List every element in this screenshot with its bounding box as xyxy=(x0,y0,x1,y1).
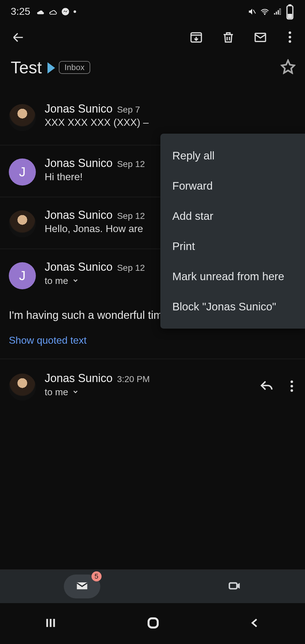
signal-icon xyxy=(273,7,282,16)
sender-name: Jonas Sunico xyxy=(45,102,113,115)
inbox-chip[interactable]: Inbox xyxy=(59,61,90,74)
avatar[interactable] xyxy=(9,374,36,401)
message-date: Sep 12 xyxy=(117,211,145,221)
status-bar: 3:25 xyxy=(0,0,305,22)
tab-video[interactable] xyxy=(228,579,241,594)
menu-add-star[interactable]: Add star xyxy=(160,201,305,231)
menu-block[interactable]: Block "Jonas Sunico" xyxy=(160,291,305,322)
subject-title: Test xyxy=(11,58,42,77)
menu-print[interactable]: Print xyxy=(160,231,305,261)
avatar[interactable] xyxy=(9,104,36,131)
mute-icon xyxy=(248,7,257,16)
chevron-down-icon[interactable] xyxy=(72,387,79,397)
svg-rect-8 xyxy=(288,4,291,6)
recipient-label: to me xyxy=(45,387,68,397)
recents-button[interactable] xyxy=(44,616,58,631)
more-vert-icon[interactable] xyxy=(286,31,294,45)
cloud-icon xyxy=(36,7,45,16)
avatar[interactable] xyxy=(9,210,36,237)
message-date: 3:20 PM xyxy=(117,374,150,384)
cloud-outline-icon xyxy=(48,7,57,16)
wifi-icon xyxy=(260,7,269,16)
importance-marker-icon[interactable] xyxy=(47,62,55,74)
chevron-down-icon[interactable] xyxy=(72,275,79,286)
video-icon xyxy=(228,588,241,594)
show-quoted-link[interactable]: Show quoted text xyxy=(0,324,95,359)
archive-icon[interactable] xyxy=(189,31,203,46)
mail-badge: 5 xyxy=(92,571,102,581)
sender-name: Jonas Sunico xyxy=(45,157,113,170)
avatar[interactable]: J xyxy=(9,158,36,186)
message-date: Sep 7 xyxy=(117,105,140,115)
svg-line-1 xyxy=(253,10,256,14)
mail-icon xyxy=(75,579,89,594)
recipient-line[interactable]: to me xyxy=(45,387,260,397)
sender-name: Jonas Sunico xyxy=(45,208,113,222)
back-icon[interactable] xyxy=(11,31,25,46)
home-button[interactable] xyxy=(145,615,161,632)
more-vert-icon[interactable] xyxy=(287,379,296,394)
star-icon[interactable] xyxy=(280,59,296,75)
context-menu: Reply all Forward Add star Print Mark un… xyxy=(160,134,305,329)
system-nav-bar xyxy=(0,603,305,644)
menu-mark-unread[interactable]: Mark unread from here xyxy=(160,261,305,291)
sender-name: Jonas Sunico xyxy=(45,372,113,385)
menu-reply-all[interactable]: Reply all xyxy=(160,141,305,171)
subject-row: Test Inbox xyxy=(0,56,305,88)
status-time: 3:25 xyxy=(11,6,30,17)
trash-icon[interactable] xyxy=(221,31,235,46)
notification-dot-icon xyxy=(74,10,76,13)
battery-icon xyxy=(286,7,294,16)
svg-rect-2 xyxy=(274,13,275,14)
messenger-icon xyxy=(61,7,70,16)
sender-name: Jonas Sunico xyxy=(45,260,113,274)
mail-icon[interactable] xyxy=(253,31,267,46)
svg-rect-4 xyxy=(278,10,279,14)
svg-rect-15 xyxy=(148,618,158,627)
avatar-letter: J xyxy=(19,164,26,180)
message-date: Sep 12 xyxy=(117,159,145,169)
avatar-letter: J xyxy=(19,268,26,283)
menu-forward[interactable]: Forward xyxy=(160,171,305,201)
recipient-label: to me xyxy=(45,275,68,286)
svg-rect-3 xyxy=(276,12,277,14)
reply-icon[interactable] xyxy=(260,379,274,394)
tab-mail[interactable]: 5 xyxy=(64,575,100,598)
avatar[interactable]: J xyxy=(9,262,36,289)
back-button[interactable] xyxy=(249,617,261,630)
message-date: Sep 12 xyxy=(117,263,145,273)
bottom-tab-bar: 5 xyxy=(0,570,305,603)
app-header xyxy=(0,22,305,56)
svg-rect-7 xyxy=(288,14,292,18)
thread-item-expanded: Jonas Sunico 3:20 PM to me xyxy=(0,359,305,409)
svg-rect-5 xyxy=(280,8,281,14)
message-preview: XXX XXX XXX (XXX) – xyxy=(45,117,296,128)
svg-rect-11 xyxy=(229,583,237,589)
